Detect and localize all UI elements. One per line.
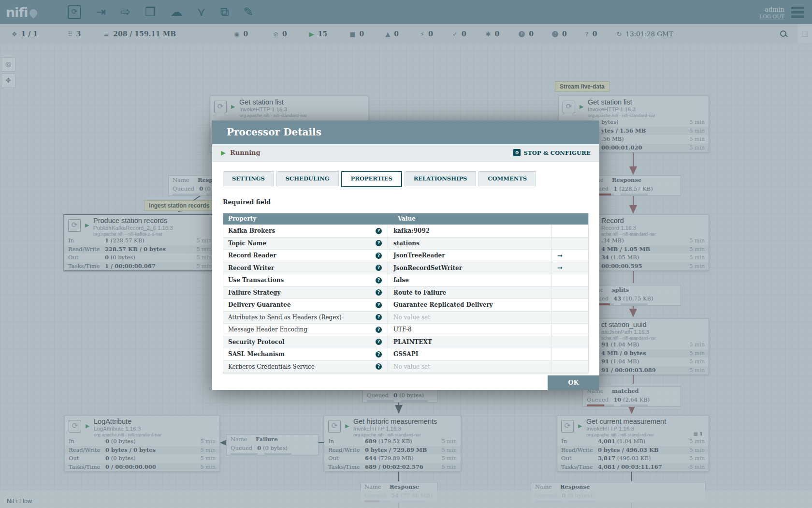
table-row: Security Protocol?PLAINTEXT [223, 336, 588, 348]
tab-settings[interactable]: SETTINGS [223, 171, 274, 186]
stop-and-configure-button[interactable]: ⚙ STOP & CONFIGURE [513, 149, 591, 156]
help-icon[interactable]: ? [376, 351, 382, 358]
help-icon[interactable]: ? [376, 339, 382, 345]
run-status-icon: ▶ [221, 149, 226, 156]
processor-details-dialog: Processor Details ▶ Running ⚙ STOP & CON… [212, 120, 599, 390]
help-icon[interactable]: ? [376, 289, 382, 296]
table-row: Record Reader?JsonTreeReader→ [223, 249, 588, 262]
table-row: Delivery Guarantee?Guarantee Replicated … [223, 299, 588, 311]
properties-table: Property Value Kafka Brokers?kafka:9092 … [223, 213, 589, 374]
table-row: Record Writer?JsonRecordSetWriter→ [223, 262, 588, 274]
column-value: Value [392, 213, 561, 224]
help-icon[interactable]: ? [376, 277, 382, 284]
help-icon[interactable]: ? [376, 240, 382, 246]
run-status-text: Running [230, 149, 261, 156]
table-row: Failure Strategy?Route to Failure [223, 286, 588, 299]
table-row: Use Transactions?false [223, 274, 588, 286]
table-row: Kerberos User Service?No value set [223, 373, 588, 373]
table-row: Kafka Brokers?kafka:9092 [223, 224, 588, 237]
tab-comments[interactable]: COMMENTS [478, 171, 536, 186]
help-icon[interactable]: ? [376, 253, 382, 259]
table-row: Kerberos Credentials Service?No value se… [223, 360, 588, 373]
ok-button[interactable]: OK [548, 375, 599, 390]
help-icon[interactable]: ? [376, 265, 382, 271]
help-icon[interactable]: ? [376, 327, 382, 333]
tab-scheduling[interactable]: SCHEDULING [276, 171, 339, 186]
table-header: Property Value [223, 213, 588, 224]
dialog-title: Processor Details [212, 120, 599, 144]
dialog-tabs: SETTINGS SCHEDULING PROPERTIES RELATIONS… [223, 162, 589, 187]
table-row: Topic Name?stations [223, 237, 588, 250]
help-icon[interactable]: ? [376, 302, 382, 308]
help-icon[interactable]: ? [376, 314, 382, 320]
required-field-note: Required field [223, 198, 589, 206]
table-row: Attributes to Send as Headers (Regex)?No… [223, 311, 588, 324]
help-icon[interactable]: ? [376, 228, 382, 234]
table-row: Message Header Encoding?UTF-8 [223, 323, 588, 336]
help-icon[interactable]: ? [376, 363, 382, 370]
table-row: SASL Mechanism?GSSAPI [223, 348, 588, 360]
goto-service-arrow-icon[interactable]: → [557, 264, 563, 271]
tab-properties[interactable]: PROPERTIES [341, 171, 402, 187]
tab-relationships[interactable]: RELATIONSHIPS [405, 171, 477, 186]
goto-service-arrow-icon[interactable]: → [557, 252, 563, 259]
column-property: Property [223, 213, 392, 224]
gear-icon: ⚙ [513, 149, 521, 156]
